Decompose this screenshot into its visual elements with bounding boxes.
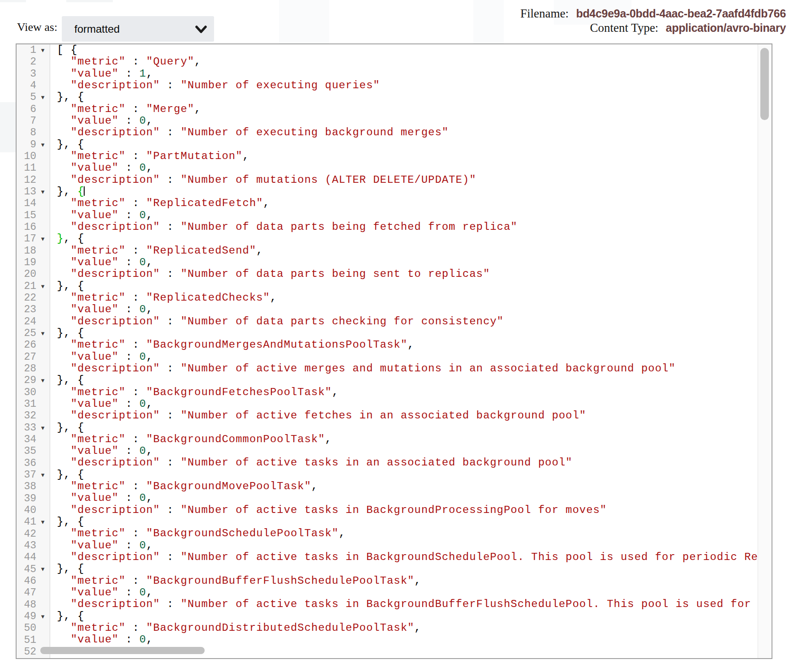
code-line[interactable]: "description" : "Number of executing que… (50, 80, 757, 91)
code-line[interactable]: "metric" : "PartMutation", (50, 151, 757, 162)
code-line[interactable]: "description" : "Number of mutations (AL… (50, 174, 757, 186)
code-line[interactable]: "description" : "Number of active merges… (50, 363, 757, 375)
code-line[interactable]: "description" : "Number of data parts be… (50, 221, 757, 233)
code-line[interactable]: "metric" : "BackgroundBufferFlushSchedul… (50, 575, 757, 587)
code-line[interactable]: "value" : 0, (50, 162, 757, 174)
code-line[interactable]: "value" : 0, (50, 398, 757, 410)
token-punctuation (57, 362, 71, 375)
code-line[interactable]: "description" : "Number of active tasks … (50, 599, 757, 610)
editor-gutter: 1▾2345▾6789▾10111213▾14151617▾18192021▾2… (17, 44, 50, 658)
token-string: "value" (71, 209, 119, 221)
code-line[interactable]: "description" : "Number of active tasks … (50, 551, 757, 563)
code-line[interactable]: }, { (50, 375, 757, 386)
code-line[interactable]: }, { (50, 233, 757, 245)
fold-marker-icon[interactable]: ▾ (36, 422, 49, 434)
token-punctuation: : (119, 256, 139, 268)
line-number: 45 (17, 564, 36, 575)
code-line[interactable]: [ { (50, 44, 757, 56)
gutter-line: 3 (17, 68, 50, 80)
fold-marker-icon[interactable]: ▾ (36, 280, 49, 292)
token-punctuation: : (119, 586, 139, 599)
code-line[interactable]: "metric" : "BackgroundSchedulePoolTask", (50, 528, 757, 539)
code-line[interactable]: "metric" : "BackgroundMergesAndMutations… (50, 339, 757, 351)
token-punctuation (57, 197, 71, 209)
code-line[interactable]: "metric" : "ReplicatedFetch", (50, 198, 757, 209)
code-line[interactable]: "metric" : "Merge", (50, 103, 757, 115)
code-line[interactable]: "value" : 1, (50, 68, 757, 80)
token-string: "description" (71, 221, 160, 233)
fold-marker-icon[interactable]: ▾ (36, 327, 49, 339)
code-line[interactable]: }, { (50, 422, 757, 434)
view-as-select[interactable]: formatted (62, 16, 214, 42)
code-line[interactable]: "description" : "Number of data parts be… (50, 268, 757, 280)
code-line[interactable]: "value" : 0, (50, 587, 757, 599)
gutter-line: 8 (17, 127, 50, 138)
code-line[interactable]: "metric" : "BackgroundFetchesPoolTask", (50, 387, 757, 398)
vertical-scrollbar-thumb[interactable] (760, 48, 769, 120)
fold-marker-icon[interactable]: ▾ (36, 233, 49, 245)
code-line[interactable]: "value" : 0, (50, 634, 757, 646)
code-line[interactable]: }, { (50, 563, 757, 575)
fold-marker-icon[interactable]: ▾ (36, 469, 49, 481)
token-string: "metric" (71, 197, 126, 209)
line-number: 16 (17, 221, 36, 233)
token-punctuation: : (160, 79, 180, 91)
code-line[interactable]: "value" : 0, (50, 115, 757, 127)
code-line[interactable]: "value" : 0, (50, 540, 757, 551)
fold-marker-icon[interactable]: ▾ (36, 186, 49, 198)
token-punctuation: : (126, 56, 146, 68)
code-line[interactable]: }, { (50, 139, 757, 151)
gutter-line: 40 (17, 504, 50, 516)
code-line[interactable]: "value" : 0, (50, 492, 757, 504)
code-line[interactable]: "description" : "Number of active tasks … (50, 504, 757, 516)
code-line[interactable]: "value" : 0, (50, 257, 757, 268)
fold-marker-icon[interactable]: ▾ (36, 375, 49, 386)
fold-marker-icon[interactable]: ▾ (36, 91, 49, 103)
token-string: "BackgroundFetchesPoolTask" (146, 386, 332, 398)
code-line[interactable]: "description" : "Number of executing bac… (50, 127, 757, 138)
json-code-editor[interactable]: 1▾2345▾6789▾10111213▾14151617▾18192021▾2… (16, 43, 772, 659)
line-number: 50 (17, 622, 36, 634)
token-punctuation: , { (64, 233, 84, 245)
code-line[interactable]: "value" : 0, (50, 210, 757, 221)
code-line[interactable]: }, { (50, 516, 757, 528)
code-line[interactable]: "description" : "Number of active fetche… (50, 410, 757, 422)
code-line[interactable]: }, { (50, 186, 757, 198)
code-line[interactable]: "metric" : "ReplicatedSend", (50, 245, 757, 257)
token-string: "metric" (71, 103, 126, 115)
vertical-scrollbar-track[interactable] (758, 44, 772, 658)
gutter-line: 24 (17, 316, 50, 327)
token-string: "Number of active tasks in BackgroundBuf… (180, 598, 757, 610)
code-line[interactable]: "description" : "Number of data parts ch… (50, 316, 757, 327)
background-artifact (66, 0, 113, 2)
token-number: 0 (139, 162, 146, 174)
fold-marker-icon[interactable]: ▾ (36, 516, 49, 528)
editor-lines[interactable]: [ { "metric" : "Query", "value" : 1, "de… (50, 44, 757, 658)
fold-marker-icon[interactable]: ▾ (36, 44, 49, 56)
code-line[interactable]: "metric" : "Query", (50, 56, 757, 68)
fold-marker-icon[interactable]: ▾ (36, 139, 49, 151)
fold-marker-icon[interactable]: ▾ (36, 611, 49, 622)
fold-marker-icon[interactable]: ▾ (36, 563, 49, 575)
code-line[interactable]: "value" : 0, (50, 304, 757, 315)
token-punctuation: : (119, 162, 139, 174)
code-line[interactable]: "metric" : "BackgroundMovePoolTask", (50, 481, 757, 492)
token-punctuation: }, { (57, 610, 84, 622)
code-line[interactable]: }, { (50, 280, 757, 292)
code-line[interactable]: "value" : 0, (50, 445, 757, 457)
code-line[interactable]: }, { (50, 469, 757, 481)
code-line[interactable]: "metric" : "BackgroundCommonPoolTask", (50, 434, 757, 445)
token-string: "BackgroundMovePoolTask" (146, 480, 311, 492)
horizontal-scrollbar-thumb[interactable] (40, 647, 205, 654)
code-line[interactable]: "description" : "Number of active tasks … (50, 457, 757, 469)
code-line[interactable]: "value" : 0, (50, 351, 757, 363)
gutter-line: 9▾ (17, 139, 50, 151)
code-line[interactable]: }, { (50, 91, 757, 103)
file-info: Filename: bd4c9e9a-0bdd-4aac-bea2-7aafd4… (520, 6, 786, 35)
code-line[interactable]: }, { (50, 327, 757, 339)
line-number: 51 (17, 634, 36, 646)
code-line[interactable]: }, { (50, 611, 757, 622)
code-line[interactable]: "metric" : "BackgroundDistributedSchedul… (50, 622, 757, 634)
token-string: "description" (71, 362, 160, 375)
code-line[interactable]: "metric" : "ReplicatedChecks", (50, 292, 757, 304)
